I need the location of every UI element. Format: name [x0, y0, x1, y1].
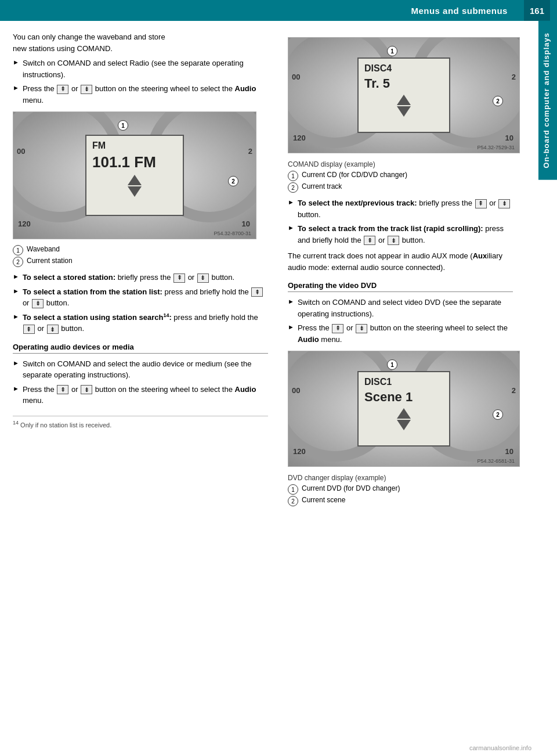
bullet-press-audio-2: ► Press the ⇞ or ⇟ button on the steerin… — [13, 384, 268, 406]
bullet-next-prev: ► To select the next/previous track: bri… — [288, 197, 513, 220]
caption-num-r1b: 2 — [288, 182, 298, 193]
part-id-1: P54.32-8700-31 — [214, 231, 251, 236]
callout-r2b: 2 — [493, 409, 503, 420]
btn-icon-dn1: ⇟ — [197, 273, 209, 283]
num-00-r2: 00 — [292, 386, 300, 395]
stored-station-bold: To select a stored station: — [23, 273, 115, 282]
bullet-press-audio-r: ► Press the ⇞ or ⇟ button on the steerin… — [288, 322, 513, 345]
header-page: 161 — [524, 0, 550, 21]
bullet-text-2: Press the ⇞ or ⇟ button on the steering … — [23, 83, 268, 106]
cluster-image-r2: DISC1 Scene 1 1 2 120 00 10 2 P54.32-658… — [288, 351, 520, 467]
bullet-text-1: Switch on COMAND and select Radio (see t… — [23, 57, 268, 80]
section-video-dvd: Operating the video DVD — [288, 281, 513, 292]
caption-num-r2a: 1 — [288, 484, 298, 495]
btn-icon-left2: ⇞ — [57, 385, 68, 394]
bullet-select-audio-device: ► Switch on COMAND and select the audio … — [13, 358, 268, 381]
watermark: carmanualsonline.info — [469, 744, 531, 751]
left-column: You can only change the waveband and sto… — [0, 31, 278, 506]
display-value-r2: Scene 1 — [364, 390, 443, 405]
btn-icon-rv2: ⇟ — [356, 324, 367, 333]
display-label-r2: DISC1 — [364, 377, 443, 387]
btn-icon-dn3: ⇟ — [47, 325, 59, 334]
cluster-image-r1: DISC4 Tr. 5 1 2 120 00 10 2 P54.32-7529-… — [288, 37, 520, 153]
num-120-r2: 120 — [293, 447, 306, 456]
btn-icon-dn2: ⇟ — [32, 299, 44, 308]
btn-icon-right2: ⇟ — [81, 385, 92, 394]
section-audio-devices: Operating audio devices or media — [13, 343, 268, 354]
aux-bold: Aux — [473, 251, 487, 260]
main-content: You can only change the waveband and sto… — [0, 21, 557, 506]
footnote-sup: 14 — [13, 420, 19, 426]
aux-para: The current track does not appear in aud… — [288, 250, 513, 273]
next-prev-bold: To select the next/previous track: — [298, 199, 417, 207]
bullet-text-6: Switch on COMAND and select the audio de… — [23, 358, 268, 381]
bullet-arrow-rv2: ► — [288, 323, 294, 330]
caption-num-1b: 2 — [13, 257, 23, 267]
bullet-arrow-5: ► — [13, 313, 19, 320]
bullet-switch-radio: ► Switch on COMAND and select Radio (see… — [13, 57, 268, 80]
bullet-arrow-4: ► — [13, 287, 19, 294]
display-value-r1: Tr. 5 — [364, 76, 443, 91]
bullet-arrow-1: ► — [13, 59, 19, 66]
num-2-r2: 2 — [512, 386, 516, 395]
caption-r2: DVD changer display (example) — [288, 473, 513, 483]
bullet-text-5: To select a station using station search… — [23, 312, 268, 334]
btn-icon-rup2: ⇞ — [364, 236, 375, 245]
bullet-text-rv2: Press the ⇞ or ⇟ button on the steering … — [298, 322, 513, 345]
part-id-r2: P54.32-6581-31 — [477, 458, 515, 464]
display-value-1: 101.1 FM — [92, 153, 177, 171]
footnote-text: Only if no station list is received. — [19, 421, 111, 428]
display-box-r1: DISC4 Tr. 5 — [357, 57, 450, 133]
bullet-text-r1: To select the next/previous track: brief… — [298, 197, 513, 220]
bullet-text-rv1: Switch on COMAND and select video DVD (s… — [298, 297, 513, 319]
rapid-scroll-bold: To select a track from the track list (r… — [298, 224, 483, 233]
callout-r1b: 2 — [493, 96, 503, 106]
btn-icon-up2: ⇞ — [251, 287, 263, 297]
caption-text-r2a: Current DVD (for DVD changer) — [302, 484, 400, 492]
display-down-arrow-r2 — [397, 420, 411, 430]
caption-item-r1b: 2 Current track — [288, 182, 513, 193]
btn-icon-up3: ⇞ — [23, 325, 35, 334]
right-column: DISC4 Tr. 5 1 2 120 00 10 2 P54.32-7529-… — [278, 31, 538, 506]
num-10-r2: 10 — [505, 447, 513, 456]
num-120-r1: 120 — [293, 134, 306, 142]
caption-item-1b: 2 Current station — [13, 257, 268, 267]
bullet-arrow-rv1: ► — [288, 298, 294, 305]
num-00-1: 00 — [17, 147, 25, 156]
bullet-text-4: To select a station from the station lis… — [23, 286, 268, 309]
caption-r1: COMAND display (example) — [288, 159, 513, 170]
display-up-arrow-1 — [128, 175, 142, 185]
side-tab: On-board computer and displays — [538, 21, 557, 180]
display-up-arrow-r2 — [397, 408, 411, 419]
btn-icon-rv1: ⇞ — [332, 324, 343, 333]
caption-text-1b: Current station — [27, 257, 73, 265]
display-label-r1: DISC4 — [364, 63, 443, 74]
bullet-arrow-r2: ► — [288, 224, 294, 231]
btn-icon-rup1: ⇞ — [475, 199, 487, 208]
display-up-arrow-r1 — [397, 95, 411, 105]
intro-text: You can only change the waveband and sto… — [13, 31, 268, 54]
num-10-1: 10 — [242, 219, 250, 228]
header-bar: Menus and submenus 161 — [0, 0, 557, 21]
caption-text-r1a: Current CD (for CD/DVD changer) — [302, 171, 407, 179]
caption-text-r2b: Current scene — [302, 496, 345, 504]
btn-icon-left1: ⇞ — [57, 85, 68, 94]
audio-bold-1: Audio — [235, 84, 256, 93]
display-label-1: FM — [92, 141, 177, 151]
callout-r2a: 1 — [387, 359, 397, 370]
bullet-station-list: ► To select a station from the station l… — [13, 286, 268, 309]
bullet-text-7: Press the ⇞ or ⇟ button on the steering … — [23, 384, 268, 406]
caption-text-1a: Waveband — [27, 245, 60, 253]
num-2-1: 2 — [248, 147, 252, 156]
num-00-r1: 00 — [292, 73, 300, 81]
caption-item-r2a: 1 Current DVD (for DVD changer) — [288, 484, 513, 495]
caption-num-r2b: 2 — [288, 496, 298, 506]
btn-icon-rdn2: ⇟ — [388, 236, 399, 245]
caption-item-r2b: 2 Current scene — [288, 496, 513, 506]
caption-num-r1a: 1 — [288, 171, 298, 181]
bullet-stored-station: ► To select a stored station: briefly pr… — [13, 272, 268, 283]
bullet-select-video: ► Switch on COMAND and select video DVD … — [288, 297, 513, 319]
audio-bold-r: Audio — [298, 335, 319, 344]
callout-1b: 2 — [228, 176, 238, 186]
bullet-arrow-6: ► — [13, 359, 19, 366]
